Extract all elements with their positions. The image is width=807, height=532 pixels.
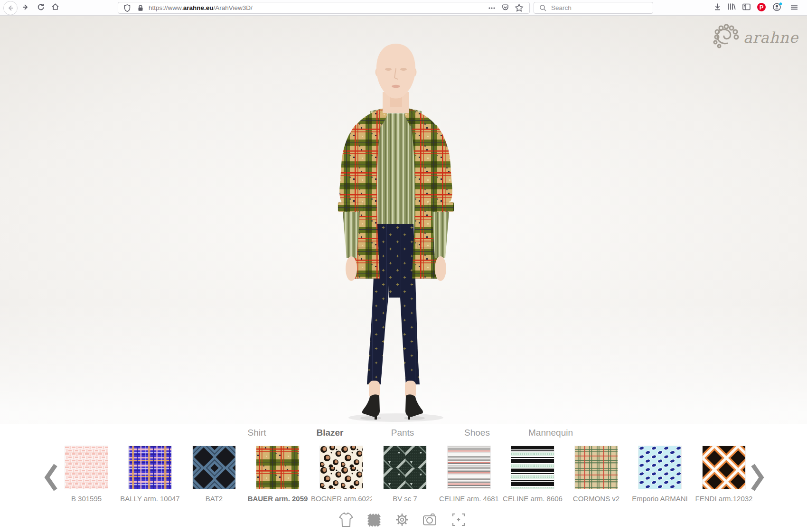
- swatch-label: Emporio ARMANI: [629, 495, 690, 504]
- sidebar-button[interactable]: [740, 0, 752, 16]
- home-icon: [51, 2, 60, 13]
- tab-blazer[interactable]: Blazer: [316, 428, 343, 438]
- pinterest-button[interactable]: P: [755, 0, 768, 16]
- url-text: https://www.arahne.eu/ArahView3D/: [149, 4, 253, 11]
- swatch-bat2[interactable]: BAT2: [193, 446, 235, 504]
- swatch-label: BAUER arm. 2059: [247, 495, 308, 504]
- account-icon: [772, 2, 782, 14]
- swatch-emporio-armani[interactable]: Emporio ARMANI: [638, 446, 681, 504]
- overflow-dots-icon[interactable]: [488, 4, 496, 12]
- pinterest-icon: P: [757, 2, 766, 14]
- swatch-label: B 301595: [56, 495, 117, 504]
- fullscreen-icon: [450, 522, 467, 530]
- lock-icon[interactable]: [136, 4, 145, 12]
- reload-button[interactable]: [35, 0, 47, 16]
- swatch-label: FENDI arm.12032: [694, 495, 754, 504]
- menu-button[interactable]: [788, 0, 800, 16]
- pocket-icon[interactable]: [501, 3, 510, 12]
- tab-pants[interactable]: Pants: [391, 428, 414, 438]
- arahview3d-page: https://www.arahne.eu/ArahView3D/ Search: [0, 0, 807, 532]
- settings-button[interactable]: [394, 511, 411, 528]
- library-button[interactable]: [725, 0, 738, 16]
- carousel-next-button[interactable]: [749, 462, 766, 493]
- garment-view-button[interactable]: [337, 511, 354, 528]
- swatch-label: BOGNER arm.6022: [311, 495, 372, 504]
- swatch-label: CELINE arm. 8606: [502, 495, 563, 504]
- tshirt-icon: [337, 522, 354, 530]
- logo-text: arahne: [743, 29, 798, 46]
- menu-icon: [790, 3, 798, 13]
- search-placeholder: Search: [551, 4, 572, 11]
- search-bar[interactable]: Search: [534, 2, 653, 14]
- swatch-label: BAT2: [184, 495, 244, 504]
- bottom-panel: Shirt Blazer Pants Shoes Mannequin B 301…: [0, 424, 807, 532]
- download-icon: [713, 2, 722, 13]
- arahne-paisley-icon: [712, 24, 740, 51]
- chevron-right-icon: [749, 486, 766, 494]
- reload-icon: [37, 3, 45, 13]
- tracking-shield-icon[interactable]: [123, 4, 131, 12]
- swatch-celine-468[interactable]: CELINE arm. 4681: [448, 446, 490, 504]
- camera-icon: [421, 522, 438, 530]
- tab-mannequin[interactable]: Mannequin: [528, 428, 573, 438]
- swatch-cormons-v2[interactable]: CORMONS v2: [575, 446, 618, 504]
- swatch-label: CORMONS v2: [566, 495, 627, 504]
- swatch-bogner[interactable]: BOGNER arm.6022: [320, 446, 363, 504]
- viewer-stage[interactable]: arahne: [0, 16, 807, 424]
- carousel-prev-button[interactable]: [43, 462, 60, 493]
- swatch-bally[interactable]: BALLY arm. 10047: [129, 446, 171, 504]
- swatch-label: BALLY arm. 10047: [120, 495, 180, 504]
- library-icon: [727, 2, 736, 13]
- fullscreen-button[interactable]: [450, 511, 467, 528]
- swatch-fendi[interactable]: FENDI arm.12032: [703, 446, 745, 504]
- chevron-left-icon: [43, 486, 60, 494]
- forward-button[interactable]: [20, 0, 31, 16]
- swatch-b-301595[interactable]: B 301595: [65, 446, 108, 504]
- gear-icon: [394, 522, 411, 530]
- download-button[interactable]: [711, 0, 723, 16]
- mannequin-render: [309, 39, 498, 427]
- arahne-logo[interactable]: arahne: [712, 24, 798, 51]
- fabric-select-button[interactable]: [365, 511, 382, 528]
- tab-shirt[interactable]: Shirt: [247, 428, 266, 438]
- back-button[interactable]: [3, 0, 18, 16]
- url-domain: arahne.eu: [183, 4, 214, 11]
- back-icon: [3, 1, 18, 15]
- swatch-celine-860[interactable]: CELINE arm. 8606: [511, 446, 554, 504]
- home-button[interactable]: [49, 0, 61, 16]
- tab-shoes[interactable]: Shoes: [464, 428, 490, 438]
- svg-text:P: P: [760, 3, 764, 10]
- browser-toolbar: https://www.arahne.eu/ArahView3D/ Search: [0, 0, 807, 16]
- sidebar-icon: [742, 2, 751, 13]
- forward-icon: [21, 3, 30, 13]
- fabric-swatch-icon: [365, 522, 382, 530]
- swatch-bv-sc-7[interactable]: BV sc 7: [384, 446, 426, 504]
- search-icon: [539, 4, 547, 12]
- swatch-label: BV sc 7: [375, 495, 435, 504]
- bookmark-star-icon[interactable]: [515, 3, 524, 12]
- swatch-label: CELINE arm. 4681: [439, 495, 499, 504]
- swatch-bauer-selected[interactable]: BAUER arm. 2059: [256, 446, 299, 504]
- address-bar[interactable]: https://www.arahne.eu/ArahView3D/: [118, 2, 530, 14]
- account-button[interactable]: [771, 0, 783, 16]
- snapshot-button[interactable]: [421, 511, 438, 528]
